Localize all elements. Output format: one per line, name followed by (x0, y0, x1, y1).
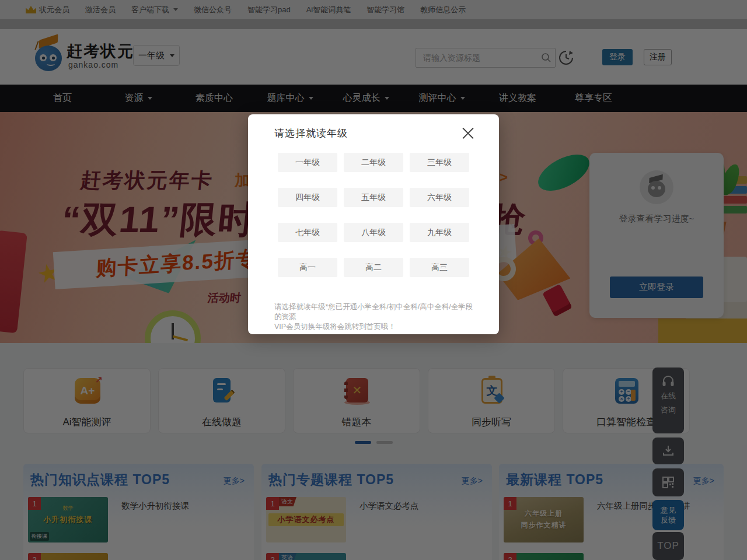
grade-button-g4[interactable]: 四年级 (278, 188, 337, 207)
grade-button-h2[interactable]: 高二 (344, 258, 403, 277)
modal-note-line2: VIP会员切换年级将会跳转到首页哦！ (274, 322, 480, 332)
modal-title: 请选择就读年级 (274, 127, 348, 140)
grade-button-g8[interactable]: 八年级 (344, 223, 403, 242)
modal-note-line1: 请选择就读年级*您已开通小学全科/初中全科/高中全科/全学段的资源 (274, 302, 480, 322)
grade-button-h1[interactable]: 高一 (278, 258, 337, 277)
grade-button-g7[interactable]: 七年级 (278, 223, 337, 242)
grade-button-g2[interactable]: 二年级 (344, 153, 403, 172)
grade-button-g3[interactable]: 三年级 (410, 153, 469, 172)
grade-button-g1[interactable]: 一年级 (278, 153, 337, 172)
close-icon[interactable] (462, 127, 474, 139)
grade-button-g6[interactable]: 六年级 (410, 188, 469, 207)
page-root: 状元会员 激活会员 客户端下载 微信公众号 智能学习pad Ai智能词典笔 智能… (0, 0, 747, 560)
grade-button-g9[interactable]: 九年级 (410, 223, 469, 242)
modal-note: 请选择就读年级*您已开通小学全科/初中全科/高中全科/全学段的资源 VIP会员切… (274, 302, 480, 332)
grade-button-g5[interactable]: 五年级 (344, 188, 403, 207)
grade-select-modal: 请选择就读年级 一年级 二年级 三年级 四年级 五年级 六年级 七年级 八年级 … (248, 114, 499, 334)
grade-button-h3[interactable]: 高三 (410, 258, 469, 277)
